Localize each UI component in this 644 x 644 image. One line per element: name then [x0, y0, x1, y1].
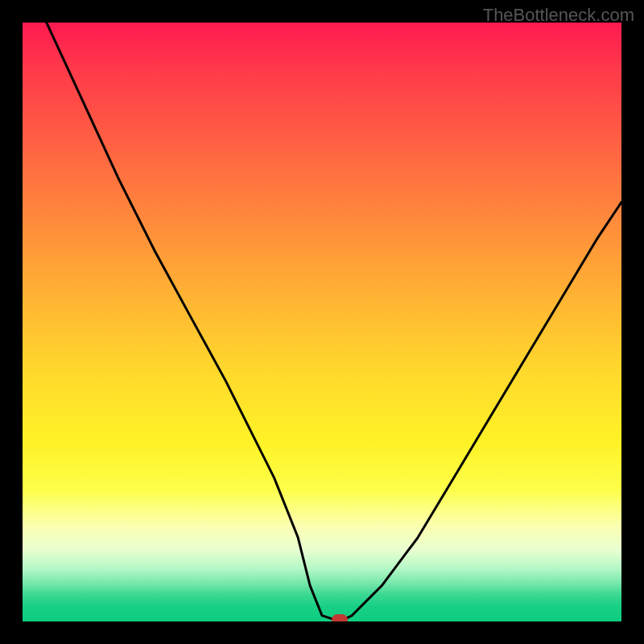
bottleneck-curve: [47, 23, 621, 621]
plot-area: [23, 23, 621, 621]
attribution-label: TheBottleneck.com: [483, 5, 634, 26]
chart-frame: TheBottleneck.com: [0, 0, 644, 644]
curve-layer: [23, 23, 621, 621]
optimal-point-marker: [332, 614, 348, 621]
